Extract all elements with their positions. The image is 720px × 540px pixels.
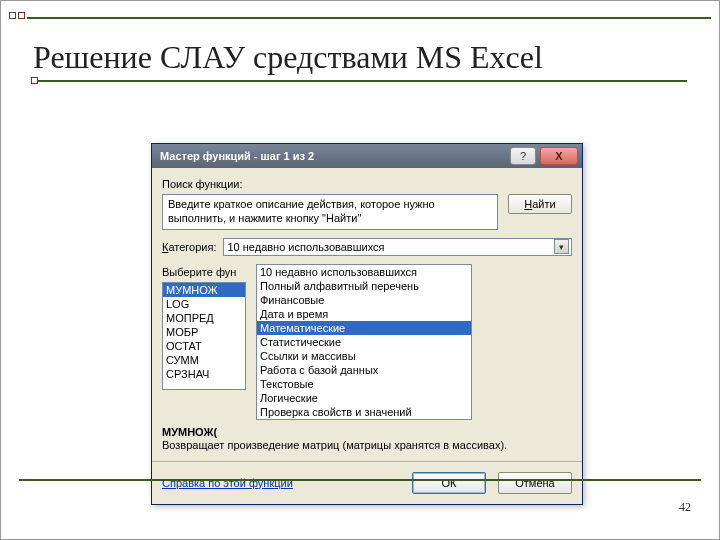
category-item[interactable]: Работа с базой данных	[257, 363, 471, 377]
slide-title-underline	[33, 80, 687, 82]
function-item[interactable]: СРЗНАЧ	[163, 367, 245, 381]
search-input[interactable]: Введите краткое описание действия, котор…	[162, 194, 498, 230]
chevron-down-icon[interactable]: ▾	[554, 239, 569, 254]
function-item[interactable]: ОСТАТ	[163, 339, 245, 353]
find-button-label-rest: айти	[532, 198, 555, 210]
category-combo-value: 10 недавно использовавшихся	[228, 241, 385, 253]
category-item[interactable]: Проверка свойств и значений	[257, 405, 471, 419]
category-item[interactable]: 10 недавно использовавшихся	[257, 265, 471, 279]
category-item[interactable]: Полный алфавитный перечень	[257, 279, 471, 293]
function-signature: МУМНОЖ(	[162, 426, 572, 438]
cancel-button[interactable]: Отмена	[498, 472, 572, 494]
find-button[interactable]: Найти	[508, 194, 572, 214]
page-number: 42	[679, 500, 691, 515]
slide-frame: Решение СЛАУ средствами MS Excel Мастер …	[0, 0, 720, 540]
category-item[interactable]: Математические	[257, 321, 471, 335]
dialog-body: Поиск функции: Введите краткое описание …	[152, 168, 582, 504]
category-item[interactable]: Текстовые	[257, 377, 471, 391]
slide-accent-top	[9, 9, 711, 19]
function-item[interactable]: МОПРЕД	[163, 311, 245, 325]
slide-footer-rule	[19, 479, 701, 481]
search-label: Поиск функции:	[162, 178, 572, 190]
ok-button[interactable]: ОК	[412, 472, 486, 494]
help-icon[interactable]: ?	[510, 147, 536, 165]
category-item[interactable]: Статистические	[257, 335, 471, 349]
category-item[interactable]: Финансовые	[257, 293, 471, 307]
dialog-titlebar[interactable]: Мастер функций - шаг 1 из 2 ? X	[152, 144, 582, 168]
category-dropdown-list[interactable]: 10 недавно использовавшихсяПолный алфави…	[256, 264, 472, 420]
close-icon[interactable]: X	[540, 147, 578, 165]
dialog-separator	[152, 461, 582, 462]
category-label: Категория:	[162, 241, 217, 253]
function-item[interactable]: МУМНОЖ	[163, 283, 245, 297]
dialog-title: Мастер функций - шаг 1 из 2	[160, 150, 506, 162]
category-combo[interactable]: 10 недавно использовавшихся ▾	[223, 238, 573, 256]
category-item[interactable]: Дата и время	[257, 307, 471, 321]
function-description: Возвращает произведение матриц (матрицы …	[162, 439, 572, 451]
function-item[interactable]: МОБР	[163, 325, 245, 339]
category-item[interactable]: Ссылки и массивы	[257, 349, 471, 363]
slide-title: Решение СЛАУ средствами MS Excel	[33, 39, 687, 76]
choose-function-label: Выберите фун	[162, 266, 246, 278]
category-item[interactable]: Логические	[257, 391, 471, 405]
function-wizard-dialog: Мастер функций - шаг 1 из 2 ? X Поиск фу…	[151, 143, 583, 505]
function-item[interactable]: СУММ	[163, 353, 245, 367]
function-item[interactable]: LOG	[163, 297, 245, 311]
function-list[interactable]: МУМНОЖLOGМОПРЕДМОБРОСТАТСУММСРЗНАЧ	[162, 282, 246, 390]
